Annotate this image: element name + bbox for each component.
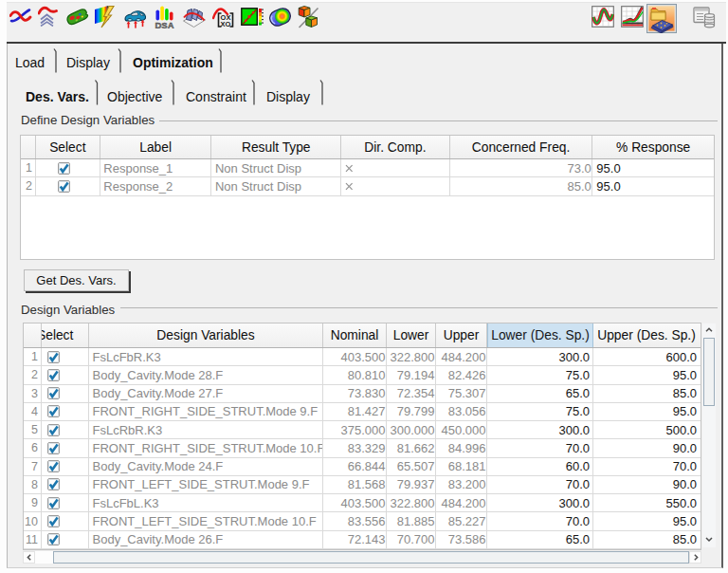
- svg-text:XO: XO: [221, 20, 231, 28]
- svg-text:DSA: DSA: [155, 20, 173, 29]
